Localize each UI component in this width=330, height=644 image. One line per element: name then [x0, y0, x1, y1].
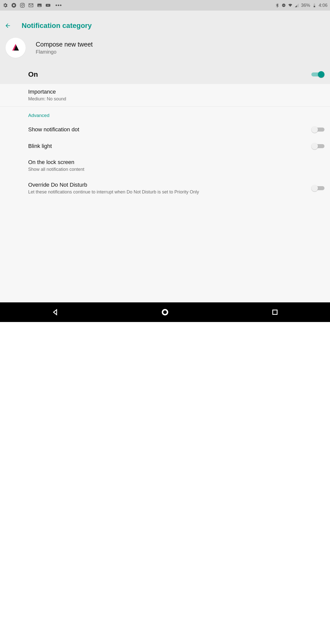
svg-point-4 — [23, 4, 24, 4]
master-toggle-label: On — [28, 70, 38, 78]
channel-title: Compose new tweet — [36, 41, 93, 48]
clock-text: 4:06 — [319, 3, 327, 8]
app-name: Flamingo — [36, 49, 93, 55]
nav-recent-icon[interactable] — [271, 308, 279, 316]
show-dot-title: Show notification dot — [28, 126, 306, 133]
blink-light-title: Blink light — [28, 143, 306, 149]
importance-title: Importance — [28, 89, 319, 95]
svg-point-1 — [13, 4, 15, 6]
svg-rect-11 — [314, 6, 315, 7]
show-dot-row[interactable]: Show notification dot — [0, 121, 330, 138]
signal-icon — [295, 3, 299, 8]
app-info[interactable]: Compose new tweet Flamingo — [0, 33, 330, 65]
svg-point-3 — [21, 4, 23, 6]
svg-rect-9 — [283, 5, 285, 6]
photos-icon — [37, 3, 42, 8]
blink-light-row[interactable]: Blink light — [0, 138, 330, 154]
battery-icon — [312, 3, 317, 8]
master-toggle[interactable] — [311, 71, 324, 78]
master-toggle-row[interactable]: On — [0, 65, 330, 84]
dnd-icon — [281, 3, 286, 8]
override-dnd-row[interactable]: Override Do Not Disturb Let these notifi… — [0, 177, 330, 199]
override-dnd-toggle[interactable] — [311, 184, 324, 192]
nav-home-icon[interactable] — [161, 308, 169, 316]
importance-row[interactable]: Importance Medium: No sound — [0, 84, 330, 107]
page-title: Notification category — [22, 22, 92, 30]
override-dnd-title: Override Do Not Disturb — [28, 182, 306, 188]
bluetooth-icon — [275, 3, 279, 8]
svg-rect-15 — [273, 310, 277, 314]
importance-sub: Medium: No sound — [28, 96, 319, 102]
more-icon: ••• — [55, 2, 62, 9]
wifi-icon — [288, 3, 293, 8]
letterbox — [0, 322, 330, 644]
lock-screen-title: On the lock screen — [28, 159, 319, 166]
svg-rect-2 — [20, 3, 25, 8]
status-bar: ••• 36% 4:06 — [0, 0, 330, 11]
lock-screen-sub: Show all notification content — [28, 167, 319, 172]
header: Notification category — [0, 18, 330, 33]
svg-point-14 — [163, 310, 167, 314]
nav-back-icon[interactable] — [51, 308, 59, 316]
override-dnd-sub: Let these notifications continue to inte… — [28, 189, 306, 195]
gmail-icon — [28, 3, 34, 8]
battery-text: 36% — [301, 3, 310, 8]
nav-bar — [0, 302, 330, 322]
show-dot-toggle[interactable] — [311, 126, 324, 133]
back-icon[interactable] — [5, 22, 11, 29]
lock-screen-row[interactable]: On the lock screen Show all notification… — [0, 154, 330, 177]
svg-rect-12 — [314, 4, 315, 4]
instagram-icon — [20, 3, 25, 8]
app-icon — [6, 38, 26, 58]
chrome-icon — [11, 3, 17, 8]
settings-icon — [3, 3, 8, 8]
blink-light-toggle[interactable] — [311, 142, 324, 150]
advanced-header: Advanced — [0, 107, 330, 121]
youtube-icon — [45, 3, 51, 8]
